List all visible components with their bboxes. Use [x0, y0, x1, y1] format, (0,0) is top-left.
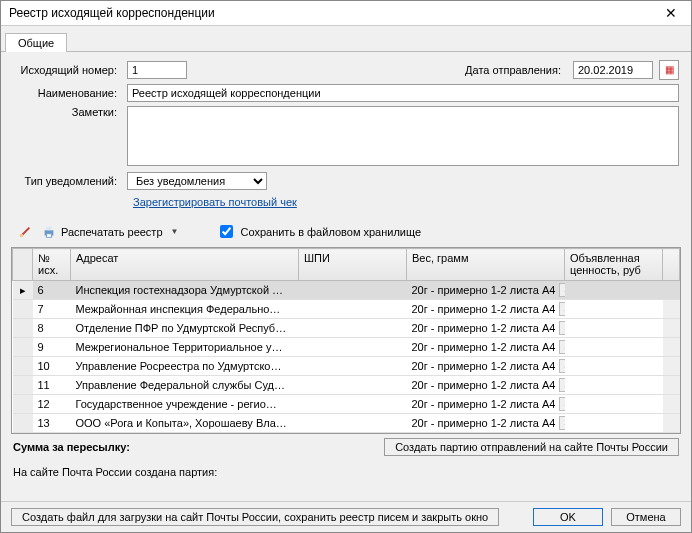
cell-declared-value[interactable]	[565, 319, 663, 338]
cell-addressee[interactable]: Управление Федеральной службы Суд…	[71, 376, 299, 395]
cell-declared-value[interactable]	[565, 281, 663, 300]
weight-text: 20г - примерно 1-2 листа A4	[412, 284, 556, 296]
cell-shpi[interactable]	[299, 414, 407, 433]
notes-textarea[interactable]	[127, 106, 679, 166]
chevron-down-icon[interactable]: ⌄	[559, 283, 564, 297]
cell-addressee[interactable]: Государственное учреждение - регио…	[71, 395, 299, 414]
site-info-label: На сайте Почта России создана партия:	[13, 466, 217, 478]
sum-label: Сумма за пересылку:	[13, 441, 130, 453]
row-indicator	[13, 395, 33, 414]
table-row[interactable]: 13ООО «Рога и Копыта», Хорошаеву Вла…20г…	[13, 414, 680, 433]
cell-num[interactable]: 9	[33, 338, 71, 357]
svg-rect-2	[46, 226, 51, 230]
chevron-down-icon[interactable]: ⌄	[559, 340, 564, 354]
cell-num[interactable]: 8	[33, 319, 71, 338]
grid-header-row: № исх. Адресат ШПИ Вес, грамм Объявленна…	[13, 249, 680, 281]
tab-strip: Общие	[1, 26, 691, 51]
cell-shpi[interactable]	[299, 281, 407, 300]
grid-scrollbar-header	[663, 249, 680, 281]
cell-addressee[interactable]: Межрегиональное Территориальное у…	[71, 338, 299, 357]
cell-addressee[interactable]: ООО «Рога и Копыта», Хорошаеву Вла…	[71, 414, 299, 433]
cell-declared-value[interactable]	[565, 300, 663, 319]
calendar-icon[interactable]: ▦	[659, 60, 679, 80]
chevron-down-icon[interactable]: ⌄	[559, 321, 564, 335]
cell-addressee[interactable]: Отделение ПФР по Удмуртской Респуб…	[71, 319, 299, 338]
grid-header-addressee[interactable]: Адресат	[71, 249, 299, 281]
svg-rect-3	[46, 233, 51, 237]
cell-weight[interactable]: 20г - примерно 1-2 листа A4⌄	[407, 414, 565, 433]
grid-header-shpi[interactable]: ШПИ	[299, 249, 407, 281]
name-input[interactable]	[127, 84, 679, 102]
cell-declared-value[interactable]	[565, 338, 663, 357]
cell-num[interactable]: 6	[33, 281, 71, 300]
store-checkbox-input[interactable]	[220, 225, 233, 238]
grid-scroll-gutter	[663, 338, 680, 357]
store-checkbox-label: Сохранить в файловом хранилище	[240, 226, 421, 238]
print-dropdown-icon[interactable]: ▼	[171, 227, 179, 236]
table-row[interactable]: 12Государственное учреждение - регио…20г…	[13, 395, 680, 414]
cell-shpi[interactable]	[299, 376, 407, 395]
cell-addressee[interactable]: Межрайонная инспекция Федерально…	[71, 300, 299, 319]
create-batch-button[interactable]: Создать партию отправлений на сайте Почт…	[384, 438, 679, 456]
grid-header-num[interactable]: № исх.	[33, 249, 71, 281]
tab-general[interactable]: Общие	[5, 33, 67, 52]
table-row[interactable]: 9Межрегиональное Территориальное у…20г -…	[13, 338, 680, 357]
store-checkbox[interactable]: Сохранить в файловом хранилище	[216, 222, 421, 241]
cell-weight[interactable]: 20г - примерно 1-2 листа A4⌄	[407, 395, 565, 414]
cell-shpi[interactable]	[299, 300, 407, 319]
cell-weight[interactable]: 20г - примерно 1-2 листа A4⌄	[407, 376, 565, 395]
cell-num[interactable]: 12	[33, 395, 71, 414]
cell-shpi[interactable]	[299, 395, 407, 414]
form-area: Исходящий номер: Дата отправления: ▦ Наи…	[1, 51, 691, 216]
cell-num[interactable]: 10	[33, 357, 71, 376]
grid-header-weight[interactable]: Вес, грамм	[407, 249, 565, 281]
cell-weight[interactable]: 20г - примерно 1-2 листа A4⌄	[407, 357, 565, 376]
cell-num[interactable]: 13	[33, 414, 71, 433]
create-file-button[interactable]: Создать файл для загрузки на сайт Почты …	[11, 508, 499, 526]
cell-declared-value[interactable]	[565, 414, 663, 433]
send-date-input[interactable]	[573, 61, 653, 79]
weight-text: 20г - примерно 1-2 листа A4	[412, 379, 556, 391]
table-row[interactable]: 11Управление Федеральной службы Суд…20г …	[13, 376, 680, 395]
table-row[interactable]: ▸6Инспекция гостехнадзора Удмуртской …20…	[13, 281, 680, 300]
cell-weight[interactable]: 20г - примерно 1-2 листа A4⌄	[407, 338, 565, 357]
register-postal-check-link[interactable]: Зарегистрировать почтовый чек	[133, 196, 297, 208]
grid-header-declared-value[interactable]: Объявленная ценность, руб	[565, 249, 663, 281]
notification-type-label: Тип уведомлений:	[13, 175, 121, 187]
cell-declared-value[interactable]	[565, 376, 663, 395]
row-indicator: ▸	[13, 281, 33, 300]
cell-weight[interactable]: 20г - примерно 1-2 листа A4⌄	[407, 319, 565, 338]
chevron-down-icon[interactable]: ⌄	[559, 359, 564, 373]
chevron-down-icon[interactable]: ⌄	[559, 378, 564, 392]
chevron-down-icon[interactable]: ⌄	[559, 416, 564, 430]
table-row[interactable]: 10Управление Росреестра по Удмуртско…20г…	[13, 357, 680, 376]
cell-num[interactable]: 11	[33, 376, 71, 395]
cell-addressee[interactable]: Управление Росреестра по Удмуртско…	[71, 357, 299, 376]
chevron-down-icon[interactable]: ⌄	[559, 397, 564, 411]
cell-weight[interactable]: 20г - примерно 1-2 листа A4⌄	[407, 300, 565, 319]
window-title: Реестр исходящей корреспонденции	[9, 6, 215, 20]
table-row[interactable]: 7Межрайонная инспекция Федерально…20г - …	[13, 300, 680, 319]
delete-row-icon[interactable]	[17, 224, 33, 240]
chevron-down-icon[interactable]: ⌄	[559, 302, 564, 316]
weight-text: 20г - примерно 1-2 листа A4	[412, 303, 556, 315]
outgoing-number-label: Исходящий номер:	[13, 64, 121, 76]
close-icon[interactable]: ✕	[659, 5, 683, 21]
cell-declared-value[interactable]	[565, 357, 663, 376]
grid-scroll-gutter	[663, 357, 680, 376]
cell-addressee[interactable]: Инспекция гостехнадзора Удмуртской …	[71, 281, 299, 300]
cell-shpi[interactable]	[299, 357, 407, 376]
cell-num[interactable]: 7	[33, 300, 71, 319]
cell-declared-value[interactable]	[565, 395, 663, 414]
print-registry-button[interactable]: Распечатать реестр	[41, 224, 163, 240]
table-row[interactable]: 8Отделение ПФР по Удмуртской Респуб…20г …	[13, 319, 680, 338]
cell-shpi[interactable]	[299, 338, 407, 357]
notification-type-select[interactable]: Без уведомления	[127, 172, 267, 190]
cancel-button[interactable]: Отмена	[611, 508, 681, 526]
ok-button[interactable]: OK	[533, 508, 603, 526]
cell-weight[interactable]: 20г - примерно 1-2 листа A4⌄	[407, 281, 565, 300]
outgoing-number-input[interactable]	[127, 61, 187, 79]
weight-text: 20г - примерно 1-2 листа A4	[412, 398, 556, 410]
cell-shpi[interactable]	[299, 319, 407, 338]
row-indicator	[13, 319, 33, 338]
